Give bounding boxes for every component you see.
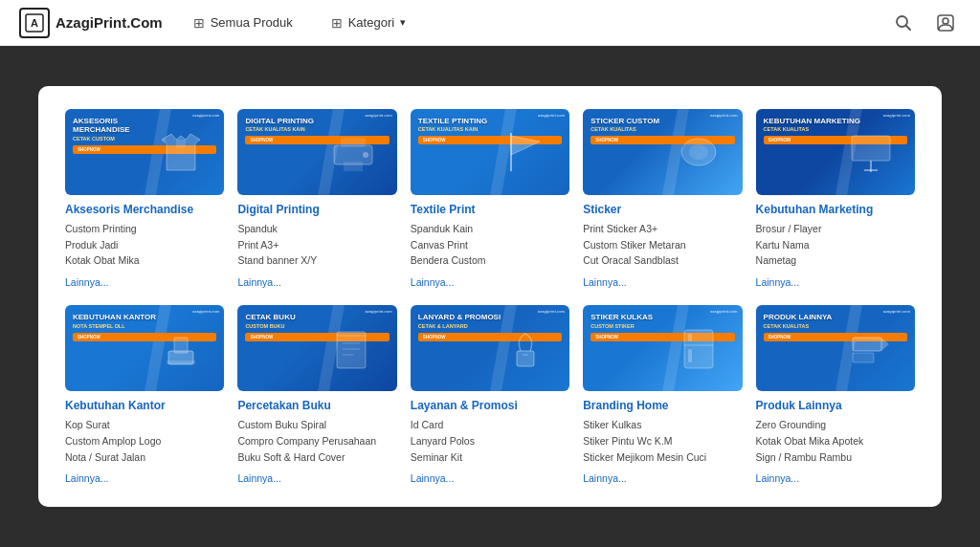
more-link[interactable]: Lainnya... — [411, 276, 569, 288]
product-item-sticker: STICKER CUSTOM CETAK KUALITAS SHOPNOW az… — [583, 109, 742, 288]
product-name[interactable]: Branding Home — [583, 399, 742, 412]
product-sub-item: Stand banner X/Y — [237, 253, 396, 269]
product-banner[interactable]: DIGITAL PRINTING CETAK KUALITAS KAIN SHO… — [237, 109, 396, 195]
product-name[interactable]: Textile Print — [411, 203, 569, 216]
search-button[interactable] — [888, 8, 919, 38]
svg-point-5 — [943, 18, 948, 24]
kategori-icon: ⊞ — [331, 15, 343, 31]
more-link[interactable]: Lainnya... — [65, 276, 224, 288]
svg-rect-18 — [167, 361, 195, 364]
product-name[interactable]: Kebutuhan Marketing — [756, 203, 915, 216]
product-item-percetakan-buku: CETAK BUKU CUSTOM BUKU SHOPNOW azagiprin… — [237, 305, 396, 484]
more-link[interactable]: Lainnya... — [756, 276, 915, 288]
more-link[interactable]: Lainnya... — [237, 472, 396, 484]
banner-logo: azagiprint.com — [883, 309, 910, 314]
logo[interactable]: A AzagiPrint.Com — [19, 8, 163, 38]
banner-deco — [137, 109, 225, 195]
svg-rect-29 — [688, 349, 692, 362]
more-link[interactable]: Lainnya... — [65, 472, 224, 484]
svg-point-9 — [363, 152, 368, 158]
product-sub-item: Bendera Custom — [411, 253, 569, 269]
product-name[interactable]: Kebutuhan Kantor — [65, 399, 224, 412]
product-banner[interactable]: KEBUTUHAN MARKETING CETAK KUALITAS SHOPN… — [756, 109, 915, 195]
banner-deco — [137, 305, 225, 391]
product-name[interactable]: Aksesoris Merchandise — [65, 203, 224, 216]
product-item-textile-print: TEXTILE PTINTING CETAK KUALITAS KAIN SHO… — [411, 109, 569, 288]
product-items-list: Print Sticker A3+Custom Stiker MetaranCu… — [583, 222, 742, 269]
product-item-aksesoris-merchandise: AKSESORIS MERCHANDISE CETAK CUSTOM SHOPN… — [65, 109, 224, 288]
product-items-list: Zero GroundingKotak Obat Mika ApotekSign… — [756, 418, 915, 465]
product-items-list: Custom PrintingProduk JadiKotak Obat Mik… — [65, 222, 224, 269]
product-sub-item: Sign / Rambu Rambu — [756, 450, 915, 466]
product-banner[interactable]: STICKER CUSTOM CETAK KUALITAS SHOPNOW az… — [583, 109, 742, 195]
more-link[interactable]: Lainnya... — [756, 472, 915, 484]
svg-rect-8 — [344, 162, 363, 171]
product-items-list: Id CardLanyard PolosSeminar Kit — [411, 418, 569, 465]
banner-logo: azagiprint.com — [710, 113, 737, 118]
product-sub-item: Brosur / Flayer — [756, 222, 915, 237]
product-name[interactable]: Produk Lainnya — [756, 399, 915, 412]
more-link[interactable]: Lainnya... — [411, 472, 569, 484]
more-link[interactable]: Lainnya... — [237, 276, 396, 288]
logo-icon: A — [19, 8, 50, 38]
nav-kategori-label: Kategori — [348, 15, 394, 30]
banner-logo: azagiprint.com — [710, 309, 737, 314]
product-items-list: Kop SuratCustom Amplop LogoNota / Surat … — [65, 418, 224, 465]
product-items-list: Brosur / FlayerKartu NamaNametag — [756, 222, 915, 269]
banner-logo: azagiprint.com — [366, 113, 392, 118]
svg-rect-28 — [688, 334, 692, 341]
product-name[interactable]: Sticker — [583, 203, 742, 216]
banner-deco — [827, 305, 915, 391]
banner-deco — [309, 109, 397, 195]
product-sub-item: Print A3+ — [237, 238, 396, 253]
banner-logo: azagiprint.com — [366, 309, 392, 314]
banner-deco — [309, 305, 397, 391]
product-sub-item: Canvas Print — [411, 238, 569, 253]
svg-line-3 — [906, 25, 911, 30]
product-sub-item: Id Card — [411, 418, 569, 433]
product-sub-item: Custom Stiker Metaran — [583, 238, 742, 253]
product-sub-item: Produk Jadi — [65, 238, 224, 253]
product-banner[interactable]: AKSESORIS MERCHANDISE CETAK CUSTOM SHOPN… — [65, 109, 224, 195]
product-sub-item: Kartu Nama — [756, 238, 915, 253]
more-link[interactable]: Lainnya... — [583, 472, 742, 484]
navbar: A AzagiPrint.Com ⊞ Semua Produk ⊞ Katego… — [0, 0, 980, 46]
product-sub-item: Nota / Surat Jalan — [65, 450, 224, 466]
banner-deco — [482, 305, 570, 391]
product-sub-item: Custom Printing — [65, 222, 224, 237]
product-banner[interactable]: CETAK BUKU CUSTOM BUKU SHOPNOW azagiprin… — [237, 305, 396, 391]
product-item-branding-home: STIKER KULKAS CUSTOM STIKER SHOPNOW azag… — [583, 305, 742, 484]
banner-deco — [827, 109, 915, 195]
banner-logo: azagiprint.com — [192, 309, 219, 314]
banner-deco — [655, 109, 743, 195]
product-items-list: Custom Buku SpiralCompro Company Perusah… — [237, 418, 396, 465]
svg-marker-31 — [881, 338, 889, 351]
product-banner[interactable]: KEBUTUHAN KANTOR NOTA STEMPEL DLL SHOPNO… — [65, 305, 224, 391]
nav-semua-produk[interactable]: ⊞ Semua Produk — [186, 11, 301, 34]
semua-produk-icon: ⊞ — [193, 15, 205, 31]
svg-point-12 — [689, 144, 708, 160]
content-card: AKSESORIS MERCHANDISE CETAK CUSTOM SHOPN… — [38, 86, 942, 508]
svg-rect-24 — [517, 351, 534, 366]
product-sub-item: Zero Grounding — [756, 418, 915, 433]
svg-text:A: A — [31, 17, 38, 29]
account-button[interactable] — [930, 8, 961, 38]
product-banner[interactable]: TEXTILE PTINTING CETAK KUALITAS KAIN SHO… — [411, 109, 569, 195]
more-link[interactable]: Lainnya... — [583, 276, 742, 288]
product-banner[interactable]: LANYARD & PROMOSI CETAK & LANYARD SHOPNO… — [411, 305, 569, 391]
product-name[interactable]: Digital Printing — [237, 203, 396, 216]
product-name[interactable]: Percetakan Buku — [237, 399, 396, 412]
svg-rect-32 — [853, 353, 874, 362]
banner-logo: azagiprint.com — [538, 309, 565, 314]
nav-kategori[interactable]: ⊞ Kategori — [323, 11, 413, 34]
product-banner[interactable]: STIKER KULKAS CUSTOM STIKER SHOPNOW azag… — [583, 305, 742, 391]
svg-rect-7 — [341, 138, 366, 147]
product-sub-item: Custom Buku Spiral — [237, 418, 396, 433]
logo-text: AzagiPrint.Com — [56, 14, 163, 31]
product-banner[interactable]: PRODUK LAINNYA CETAK KUALITAS SHOPNOW az… — [756, 305, 915, 391]
svg-rect-19 — [337, 332, 366, 368]
banner-deco — [482, 109, 570, 195]
product-item-kebutuhan-marketing: KEBUTUHAN MARKETING CETAK KUALITAS SHOPN… — [756, 109, 915, 288]
product-name[interactable]: Layanan & Promosi — [411, 399, 569, 412]
nav-actions — [888, 8, 961, 38]
